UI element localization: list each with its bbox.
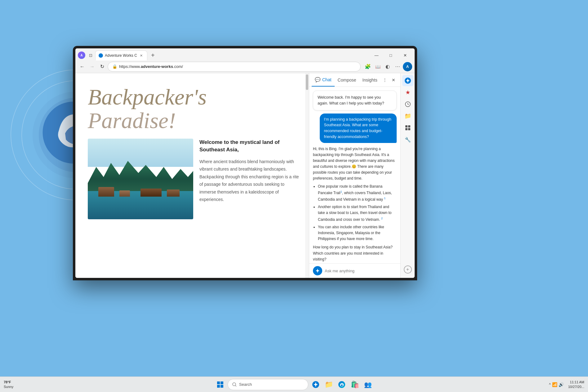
clock-date: 10/27/20... [566, 385, 584, 389]
chevron-icon[interactable]: ^ [549, 382, 551, 387]
sidebar-tab-bar: 💬 Chat Compose Insights ⋮ ✕ [309, 73, 400, 87]
taskbar-icon-files[interactable]: 📁 [323, 379, 334, 390]
welcome-text: Welcome back. I'm happy to see you again… [318, 95, 384, 105]
svg-rect-11 [217, 381, 220, 384]
tab-bar: A ⊡ Adventure Works C ✕ + — □ ✕ [75, 48, 415, 60]
description-section: Welcome to the mystical land of Southeas… [199, 139, 303, 219]
start-button[interactable] [215, 379, 226, 390]
url-bar[interactable]: 🔒 https://www.adventure-works.com/ [108, 62, 361, 72]
taskbar-icon-bing[interactable] [310, 379, 321, 390]
bing-sidebar: 💬 Chat Compose Insights ⋮ ✕ [309, 73, 400, 278]
tab-chat[interactable]: 💬 Chat [312, 73, 335, 87]
chat-input[interactable] [325, 269, 397, 273]
network-icon[interactable]: 📶 [552, 382, 557, 387]
sidebar-icon-apps[interactable] [402, 122, 413, 133]
extensions-button[interactable]: 🧩 [363, 62, 372, 71]
forward-button[interactable]: → [88, 62, 96, 71]
taskbar: 78°F Sunny Search [0, 376, 588, 392]
compose-tab-label: Compose [338, 78, 356, 82]
search-placeholder: Search [239, 382, 252, 387]
system-icons: ^ 📶 🔊 [549, 382, 564, 387]
content-section: Welcome to the mystical land of Southeas… [75, 136, 309, 229]
tab-favicon-dot [99, 53, 103, 58]
browser-content: Backpacker's Paradise! [75, 73, 415, 278]
bing-copilot-icon [313, 266, 322, 275]
svg-rect-10 [408, 128, 410, 130]
svg-rect-14 [220, 385, 223, 388]
menu-button[interactable]: ⋯ [393, 62, 402, 71]
taskbar-center: Search 📁 🛍️ 👥 [215, 379, 373, 390]
scroll-thumb[interactable] [306, 74, 308, 90]
insights-tab-label: Insights [363, 78, 377, 82]
taskbar-icon-teams[interactable]: 👥 [362, 379, 373, 390]
webpage: Backpacker's Paradise! [75, 73, 309, 278]
svg-line-16 [235, 385, 236, 386]
ai-response-list: One popular route is called the Banana P… [313, 184, 397, 242]
sidebar-icon-favorites[interactable]: ★ [402, 87, 413, 98]
tab-compose[interactable]: Compose [335, 73, 359, 87]
svg-rect-7 [405, 125, 408, 127]
new-tab-button[interactable]: + [149, 51, 157, 60]
url-text: https://www.adventure-works.com/ [119, 64, 183, 69]
search-icon [232, 382, 237, 387]
profile-nav-button[interactable]: A [403, 62, 412, 71]
active-tab[interactable]: Adventure Works C ✕ [95, 51, 147, 60]
svg-rect-12 [220, 381, 223, 384]
sidebar-icon-add[interactable]: + [404, 265, 412, 274]
svg-rect-13 [217, 385, 220, 388]
weather-condition: Sunny [4, 385, 19, 389]
copilot-button[interactable]: ◐ [383, 62, 392, 71]
address-bar: ← → ↻ 🔒 https://www.adventure-works.com/… [75, 60, 415, 73]
tab-list-button[interactable]: ⊡ [87, 52, 94, 59]
page-subtitle: Welcome to the mystical land of Southeas… [199, 139, 299, 154]
system-tray: ^ 📶 🔊 11:11 AM 10/27/20... [549, 380, 584, 389]
lock-icon: 🔒 [112, 64, 117, 69]
laptop-frame: A ⊡ Adventure Works C ✕ + — □ ✕ ← → ↻ [73, 46, 417, 280]
chat-input-area [309, 263, 400, 278]
window-controls: — □ ✕ [369, 50, 412, 60]
sidebar-icon-history[interactable] [402, 99, 413, 110]
sidebar-more-button[interactable]: ⋮ [381, 76, 389, 84]
taskbar-icon-store[interactable]: 🛍️ [349, 379, 360, 390]
svg-rect-8 [408, 125, 410, 127]
welcome-message: Welcome back. I'm happy to see you again… [313, 91, 397, 110]
weather-widget[interactable]: 78°F Sunny [4, 380, 19, 389]
destination-image [88, 139, 193, 219]
hero-section: Backpacker's Paradise! [75, 73, 309, 136]
tab-insights[interactable]: Insights [359, 73, 381, 87]
page-title-line2: Paradise! [88, 109, 296, 133]
reading-view-button[interactable]: 📖 [373, 62, 382, 71]
close-button[interactable]: ✕ [398, 50, 412, 60]
bullet-3: You can also include other countries lik… [318, 224, 397, 242]
temperature: 78°F [4, 380, 19, 384]
minimize-button[interactable]: — [369, 50, 384, 60]
user-message: I'm planning a backpacking trip through … [320, 114, 397, 143]
sidebar-close-button[interactable]: ✕ [389, 76, 398, 84]
profile-icon[interactable]: A [78, 51, 85, 59]
sidebar-icon-tools[interactable]: 🔧 [402, 134, 413, 145]
user-message-text: I'm planning a backpacking trip through … [324, 117, 391, 139]
ai-response: Hi, this is Bing. I'm glad you're planni… [313, 146, 397, 262]
back-button[interactable]: ← [78, 62, 87, 71]
clock[interactable]: 11:11 AM 10/27/20... [566, 380, 584, 389]
sidebar-icon-collections[interactable]: 📁 [402, 110, 413, 122]
volume-icon[interactable]: 🔊 [559, 382, 564, 387]
svg-point-15 [233, 383, 236, 386]
scroll-track[interactable] [305, 73, 309, 278]
taskbar-search[interactable]: Search [228, 379, 308, 390]
bullet-2: Another option is to start from Thailand… [318, 204, 397, 223]
bullet-1: One popular route is called the Banana P… [318, 184, 397, 203]
edge-sidebar-icons: ★ 📁 [400, 73, 415, 278]
maximize-button[interactable]: □ [384, 50, 398, 60]
ai-response-intro: Hi, this is Bing. I'm glad you're planni… [313, 146, 397, 182]
tab-label: Adventure Works C [105, 53, 137, 58]
sidebar-icon-bing[interactable] [402, 75, 413, 86]
taskbar-icon-edge[interactable] [336, 379, 347, 390]
chat-messages: Welcome back. I'm happy to see you again… [309, 87, 400, 263]
chat-icon: 💬 [315, 77, 321, 82]
page-title-line1: Backpacker's [88, 86, 296, 109]
refresh-button[interactable]: ↻ [98, 62, 106, 71]
browser-window: A ⊡ Adventure Works C ✕ + — □ ✕ ← → ↻ [75, 48, 415, 278]
browser-actions: 🧩 📖 ◐ ⋯ A [363, 62, 412, 71]
tab-close-button[interactable]: ✕ [139, 53, 144, 58]
